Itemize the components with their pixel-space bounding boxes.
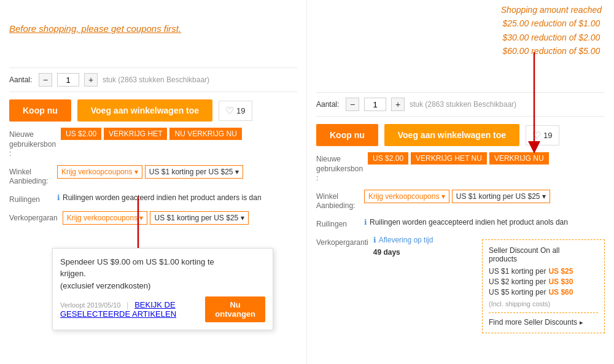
right-coupon-select[interactable]: Krijg verkoopcoupons ▾ — [364, 190, 449, 203]
left-verkoper-discount-select[interactable]: US $1 korting per US $25 ▾ — [150, 211, 248, 225]
left-koop-button[interactable]: Koop nu — [9, 99, 71, 122]
left-discount-select[interactable]: US $1 korting per US $25 ▾ — [145, 165, 243, 179]
right-verkoper-label: Verkopergaranti — [316, 236, 368, 248]
right-info-icon: ℹ — [364, 218, 367, 227]
right-stock-text: stuk (2863 stukken Beschikbaar) — [410, 100, 516, 109]
right-ruilingen-text: Ruilingen worden geaccepteerd indien het… — [370, 217, 568, 228]
discount-row-3: US $5 korting per US $60 — [489, 288, 598, 296]
left-verkoper-content: Krijg verkoopcoupons ▾ US $1 korting per… — [63, 211, 297, 225]
right-winkel-content: Krijg verkoopcoupons ▾ US $1 korting per… — [364, 190, 605, 203]
left-nieuwe-content: US $2.00 VERKRIJG HET NU VERKRIJG NU — [61, 128, 297, 140]
left-aantal-row: Aantal: − + stuk (2863 stukken Beschikba… — [9, 68, 297, 92]
right-red-arrow — [503, 49, 553, 160]
discount-popup: Seller Discount On all products US $1 ko… — [482, 239, 605, 333]
left-winkel-row: Winkel Aanbieding: Krijg verkoopcoupons … — [9, 165, 297, 187]
right-qty-plus[interactable]: + — [391, 98, 405, 111]
right-bon-price: US $2.00 — [368, 152, 408, 165]
right-aantal-row: Aantal: − + stuk (2863 stukken Beschikba… — [316, 92, 605, 117]
left-qty-input[interactable] — [57, 73, 79, 87]
annotation-before: Before shopping, please get coupons firs… — [9, 23, 181, 34]
discount-row-2: US $2 korting per US $30 — [489, 277, 598, 286]
left-action-buttons: Koop nu Voeg aan winkelwagen toe ♡ 19 — [9, 99, 297, 122]
left-winkel-button[interactable]: Voeg aan winkelwagen toe — [77, 99, 212, 122]
annotation-line1: Shopping amount reached — [501, 3, 602, 17]
left-nieuwe-row: Nieuwe gebruikersbon : US $2.00 VERKRIJG… — [9, 128, 297, 159]
right-verkoper-tag[interactable]: ℹ Aflevering op tijd — [373, 236, 433, 244]
left-ruilingen-text: Ruilingen worden geacteerd indien het pr… — [63, 193, 262, 203]
right-days-text: 49 days — [373, 248, 400, 257]
right-info-icon2: ℹ — [373, 236, 376, 244]
left-panel: Before shopping, please get coupons firs… — [0, 0, 307, 364]
nu-ontvangen-button[interactable]: Nu ontvangen — [205, 296, 265, 322]
right-koop-button[interactable]: Koop nu — [316, 124, 378, 146]
main-container: Before shopping, please get coupons firs… — [0, 0, 614, 364]
left-wishlist-button[interactable]: ♡ 19 — [219, 101, 252, 121]
right-winkel-label: Winkel Aanbieding: — [316, 190, 359, 211]
left-aantal-label: Aantal: — [9, 76, 34, 84]
left-bon-btn2[interactable]: NU VERKRIJG NU — [169, 128, 241, 140]
left-qty-plus[interactable]: + — [84, 73, 98, 87]
right-verkoper-delivery: ℹ Aflevering op tijd — [373, 236, 433, 244]
left-heart-icon: ♡ — [225, 105, 234, 117]
left-bon-price: US $2.00 — [61, 128, 101, 140]
right-aantal-label: Aantal: — [316, 100, 341, 109]
right-winkel-row: Winkel Aanbieding: Krijg verkoopcoupons … — [316, 190, 605, 211]
right-qty-minus[interactable]: − — [346, 98, 359, 111]
right-nieuwe-content: US $2.00 VERKRIJG HET NU VERKRIJG NU — [368, 152, 605, 165]
discount-row-1: US $1 korting per US $25 — [489, 267, 598, 276]
left-ruilingen-content: ℹ Ruilingen worden geacteerd indien het … — [57, 193, 297, 203]
coupon-expiry: Verloopt 2019/05/10 — [60, 301, 120, 309]
right-ruilingen-row: Ruilingen ℹ Ruilingen worden geaccepteer… — [316, 217, 605, 230]
right-discount-select[interactable]: US $1 korting per US $25 ▾ — [452, 190, 550, 203]
left-coupon-select[interactable]: Krijg verkoopcoupons ▾ — [57, 165, 142, 179]
right-panel: Shopping amount reached $25.00 reduction… — [307, 0, 614, 364]
left-winkel-content: Krijg verkoopcoupons ▾ US $1 korting per… — [57, 165, 297, 179]
left-nieuwe-label: Nieuwe gebruikersbon : — [9, 128, 56, 159]
find-more-link[interactable]: Find more Seller Discounts ▸ — [489, 318, 598, 327]
discount-popup-title: Seller Discount On all products — [489, 246, 598, 263]
arrow-right-icon: ▸ — [580, 319, 583, 327]
left-info-icon: ℹ — [57, 193, 60, 202]
left-wishlist-count: 19 — [236, 106, 245, 115]
right-nieuwe-label: Nieuwe gebruikersbon : — [316, 152, 363, 184]
right-action-buttons: Koop nu Voeg aan winkelwagen toe ♡ 19 — [316, 124, 605, 146]
right-ruilingen-content: ℹ Ruilingen worden geaccepteerd indien h… — [364, 217, 605, 228]
coupon-popup-footer: Verloopt 2019/05/10 | BEKIJK DE GESELECT… — [60, 296, 265, 322]
right-winkel-button[interactable]: Voeg aan winkelwagen toe — [384, 124, 519, 146]
annotation-line3: $30.00 reduction of $2.00 — [501, 31, 602, 44]
left-qty-minus[interactable]: − — [39, 73, 52, 87]
annotation-line2: $25.00 reduction of $1.00 — [501, 17, 602, 30]
left-verkoper-label: Verkopergaran — [9, 211, 58, 223]
right-bon-btn1[interactable]: VERKRIJG HET NU — [411, 152, 487, 165]
left-ruilingen-label: Ruilingen — [9, 193, 52, 205]
left-bon-btn1[interactable]: VERKRIJG HET — [104, 128, 167, 140]
discount-note: (Incl. shipping costs) — [489, 300, 598, 308]
discount-divider — [489, 312, 598, 313]
right-qty-input[interactable] — [364, 98, 386, 111]
left-winkel-label: Winkel Aanbieding: — [9, 165, 52, 187]
coupon-popup-text: Spendeer US $9.00 om US $1.00 korting te… — [60, 256, 265, 292]
right-ruilingen-label: Ruilingen — [316, 217, 359, 230]
right-nieuwe-row: Nieuwe gebruikersbon : US $2.00 VERKRIJG… — [316, 152, 605, 184]
left-stock-text: stuk (2863 stukken Beschikbaar) — [103, 76, 209, 84]
coupon-popup: Spendeer US $9.00 om US $1.00 korting te… — [52, 248, 273, 331]
